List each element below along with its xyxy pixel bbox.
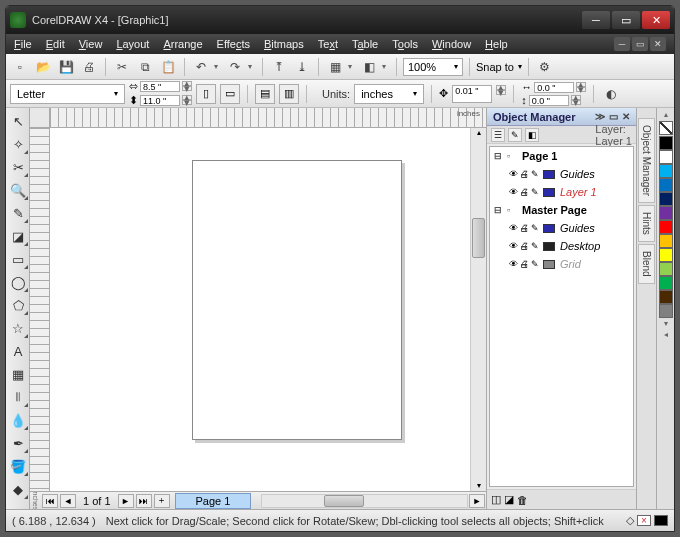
printable-icon[interactable]: 🖨 <box>519 187 529 197</box>
current-page-button[interactable]: ▥ <box>279 84 299 104</box>
color-swatch[interactable] <box>659 262 673 276</box>
menu-table[interactable]: Table <box>352 38 378 50</box>
color-swatch[interactable] <box>659 220 673 234</box>
palette-down-icon[interactable]: ▾ <box>664 319 668 329</box>
layer-color-swatch[interactable] <box>543 260 555 269</box>
scroll-right-button[interactable]: ► <box>469 494 485 508</box>
tree-layer[interactable]: 👁🖨✎Guides <box>490 219 633 237</box>
editable-icon[interactable]: ✎ <box>530 223 540 233</box>
palette-flyout-icon[interactable]: ◂ <box>664 330 668 340</box>
printable-icon[interactable]: 🖨 <box>519 223 529 233</box>
color-swatch[interactable] <box>659 276 673 290</box>
menu-edit[interactable]: Edit <box>46 38 65 50</box>
editable-icon[interactable]: ✎ <box>530 241 540 251</box>
visible-icon[interactable]: 👁 <box>508 241 518 251</box>
menu-bitmaps[interactable]: Bitmaps <box>264 38 304 50</box>
visible-icon[interactable]: 👁 <box>508 223 518 233</box>
editable-icon[interactable]: ✎ <box>530 259 540 269</box>
fill-swatch[interactable] <box>637 515 651 526</box>
app-launcher-icon[interactable]: ▦ <box>325 57 345 77</box>
docker-expand-icon[interactable]: ≫ <box>595 111 605 122</box>
menu-window[interactable]: Window <box>432 38 471 50</box>
visible-icon[interactable]: 👁 <box>508 187 518 197</box>
vertical-ruler[interactable] <box>30 128 50 491</box>
mdi-minimize-button[interactable]: ─ <box>614 37 630 51</box>
zoom-select[interactable]: 100%▾ <box>403 58 463 76</box>
snapto-select[interactable]: Snap to▾ <box>476 61 522 73</box>
options-icon[interactable]: ⚙ <box>535 57 555 77</box>
cut-icon[interactable]: ✂ <box>112 57 132 77</box>
duplicate-y-input[interactable]: 0.0 " <box>529 95 569 106</box>
object-tree[interactable]: ⊟▫Page 1👁🖨✎Guides👁🖨✎Layer 1⊟▫Master Page… <box>489 146 634 487</box>
color-swatch[interactable] <box>659 304 673 318</box>
save-icon[interactable]: 💾 <box>56 57 76 77</box>
page-tab[interactable]: Page 1 <box>175 493 252 509</box>
page-width-input[interactable]: 8.5 " <box>140 81 180 92</box>
redo-icon[interactable]: ↷ <box>225 57 245 77</box>
menu-view[interactable]: View <box>79 38 103 50</box>
color-swatch[interactable] <box>659 206 673 220</box>
menu-layout[interactable]: Layout <box>116 38 149 50</box>
height-spinner[interactable]: ▴▾ <box>182 95 192 106</box>
pick-tool-icon[interactable]: ↖ <box>7 110 29 132</box>
treat-as-filled-icon[interactable]: ◐ <box>601 84 621 104</box>
visible-icon[interactable]: 👁 <box>508 169 518 179</box>
delete-icon[interactable]: 🗑 <box>517 494 528 506</box>
smart-fill-tool-icon[interactable]: ◪ <box>7 225 29 247</box>
no-color-swatch[interactable] <box>659 121 673 135</box>
palette-up-icon[interactable]: ▴ <box>664 110 668 120</box>
color-swatch[interactable] <box>659 234 673 248</box>
first-page-button[interactable]: ⏮ <box>42 494 58 508</box>
docker-tab-hints[interactable]: Hints <box>638 205 655 242</box>
visible-icon[interactable]: 👁 <box>508 259 518 269</box>
tree-layer[interactable]: 👁🖨✎Grid <box>490 255 633 273</box>
docker-close-icon[interactable]: ✕ <box>622 111 630 122</box>
ruler-origin[interactable] <box>30 108 50 128</box>
copy-icon[interactable]: ⧉ <box>135 57 155 77</box>
expand-icon[interactable]: ⊟ <box>494 205 504 215</box>
tree-layer[interactable]: 👁🖨✎Desktop <box>490 237 633 255</box>
zoom-tool-icon[interactable]: 🔍 <box>7 179 29 201</box>
paste-icon[interactable]: 📋 <box>158 57 178 77</box>
text-tool-icon[interactable]: A <box>7 340 29 362</box>
color-swatch[interactable] <box>659 192 673 206</box>
color-swatch[interactable] <box>659 164 673 178</box>
mdi-close-button[interactable]: ✕ <box>650 37 666 51</box>
page-height-input[interactable]: 11.0 " <box>140 95 180 106</box>
crop-tool-icon[interactable]: ✂ <box>7 156 29 178</box>
interactive-blend-tool-icon[interactable]: ⫴ <box>7 386 29 408</box>
docker-tab-object-manager[interactable]: Object Manager <box>638 118 655 203</box>
edit-across-layers-icon[interactable]: ✎ <box>508 128 522 142</box>
outline-tool-icon[interactable]: ✒ <box>7 432 29 454</box>
import-icon[interactable]: ⤒ <box>269 57 289 77</box>
color-swatch[interactable] <box>659 136 673 150</box>
docker-menu-icon[interactable]: ▭ <box>609 111 618 122</box>
minimize-button[interactable]: ─ <box>582 11 610 29</box>
docker-tab-blend[interactable]: Blend <box>638 244 655 284</box>
tree-layer[interactable]: 👁🖨✎Guides <box>490 165 633 183</box>
add-page-button[interactable]: ＋ <box>154 494 170 508</box>
layer-color-swatch[interactable] <box>543 170 555 179</box>
app-launcher-dropdown[interactable]: ▾ <box>348 62 356 71</box>
editable-icon[interactable]: ✎ <box>530 187 540 197</box>
editable-icon[interactable]: ✎ <box>530 169 540 179</box>
nudge-input[interactable]: 0.01 " <box>452 85 492 103</box>
color-swatch[interactable] <box>659 290 673 304</box>
interactive-fill-tool-icon[interactable]: ◆ <box>7 478 29 500</box>
all-pages-button[interactable]: ▤ <box>255 84 275 104</box>
paper-size-select[interactable]: Letter▾ <box>10 84 125 104</box>
outline-swatch[interactable] <box>654 515 668 526</box>
rectangle-tool-icon[interactable]: ▭ <box>7 248 29 270</box>
menu-text[interactable]: Text <box>318 38 338 50</box>
color-swatch[interactable] <box>659 178 673 192</box>
menu-help[interactable]: Help <box>485 38 508 50</box>
mdi-restore-button[interactable]: ▭ <box>632 37 648 51</box>
printable-icon[interactable]: 🖨 <box>519 259 529 269</box>
color-swatch[interactable] <box>659 248 673 262</box>
tree-layer[interactable]: 👁🖨✎Layer 1 <box>490 183 633 201</box>
color-swatch[interactable] <box>659 150 673 164</box>
redo-dropdown[interactable]: ▾ <box>248 62 256 71</box>
maximize-button[interactable]: ▭ <box>612 11 640 29</box>
layer-color-swatch[interactable] <box>543 242 555 251</box>
nudge-spinner[interactable]: ▴▾ <box>496 85 506 103</box>
